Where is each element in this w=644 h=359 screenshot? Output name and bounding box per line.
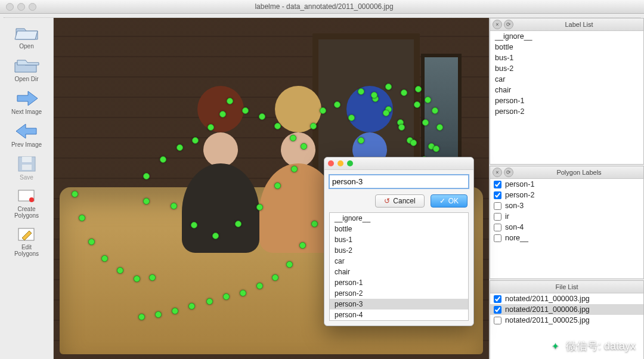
close-icon[interactable]	[6, 3, 14, 11]
list-item[interactable]: sofa	[330, 320, 468, 321]
edit-icon	[1, 226, 52, 243]
folder-stack-icon	[1, 57, 52, 75]
polygon-label-item[interactable]: person-2	[490, 190, 643, 200]
polygon-label-item[interactable]: son-4	[490, 222, 643, 233]
polygon-labels-title: Polygon Labels	[517, 169, 641, 176]
list-item[interactable]: bottle	[330, 224, 468, 234]
label-options-list[interactable]: __ignore__bottlebus-1bus-2carchairperson…	[329, 212, 469, 321]
open-button[interactable]: Open	[1, 24, 52, 49]
checkbox[interactable]	[494, 181, 501, 188]
list-item[interactable]: person-2	[490, 106, 643, 117]
list-item[interactable]: person-1	[490, 95, 643, 106]
file-list-title: File List	[493, 283, 641, 290]
svg-rect-2	[22, 165, 32, 170]
checkbox[interactable]	[494, 213, 501, 221]
watermark: ✦ 微信号: datayx	[549, 339, 636, 353]
file-list-item[interactable]: notated/2011_000003.jpg	[490, 293, 643, 304]
undo-arrow-icon: ↺	[384, 197, 390, 205]
list-item[interactable]: chair	[490, 85, 643, 95]
window-controls[interactable]	[6, 3, 36, 11]
left-toolbar: Open Open Dir Next Image Prev Image	[0, 18, 54, 359]
edit-polygons-button[interactable]: Edit Polygons	[1, 226, 52, 257]
polygon-label-item[interactable]: ir	[490, 211, 643, 222]
cancel-button[interactable]: ↺ Cancel	[375, 194, 424, 208]
open-dir-button[interactable]: Open Dir	[1, 57, 52, 82]
titlebar: labelme - data_annotated/2011_000006.jpg	[0, 0, 644, 14]
list-item[interactable]: bus-2	[490, 63, 643, 74]
polygon-labels-list[interactable]: person-1person-2son-3irson-4nore__	[490, 179, 643, 278]
window-title: labelme - data_annotated/2011_000006.jpg	[36, 2, 612, 11]
list-item[interactable]: chair	[330, 267, 468, 277]
panel-close-icon[interactable]: ×	[493, 168, 502, 177]
wechat-icon: ✦	[549, 341, 562, 351]
checkbox[interactable]	[494, 224, 501, 231]
list-item[interactable]: __ignore__	[490, 31, 643, 42]
checkbox[interactable]	[494, 191, 501, 199]
arrow-left-icon	[1, 122, 52, 140]
list-item[interactable]: car	[490, 74, 643, 85]
checkbox[interactable]	[494, 295, 501, 303]
polygon-label-item[interactable]: son-3	[490, 200, 643, 211]
folder-open-icon	[1, 24, 52, 42]
dialog-titlebar[interactable]	[324, 157, 473, 170]
svg-rect-1	[22, 157, 32, 162]
file-list-item[interactable]: notated/2011_000025.jpg	[490, 315, 643, 326]
label-list-title: Label List	[517, 21, 641, 28]
zoom-icon[interactable]	[29, 3, 36, 11]
ok-button[interactable]: ✓ OK	[431, 194, 467, 208]
list-item[interactable]: bus-2	[330, 245, 468, 256]
checkbox[interactable]	[494, 202, 501, 210]
panel-dock-icon[interactable]: ⟳	[504, 168, 513, 177]
list-item[interactable]: car	[330, 256, 468, 267]
floppy-icon	[1, 155, 52, 173]
close-icon[interactable]	[328, 160, 334, 166]
prev-image-button[interactable]: Prev Image	[1, 122, 52, 148]
save-button: Save	[1, 155, 52, 181]
polygon-icon	[1, 188, 52, 205]
minimize-icon[interactable]	[338, 160, 343, 166]
polygon-label-item[interactable]: person-1	[490, 179, 643, 190]
polygon-labels-panel: ×⟳ Polygon Labels person-1person-2son-3i…	[490, 166, 644, 279]
checkbox[interactable]	[494, 306, 501, 314]
panel-close-icon[interactable]: ×	[493, 20, 502, 29]
list-item[interactable]: bus-1	[490, 52, 643, 63]
toolbar-grip[interactable]	[4, 14, 640, 18]
panel-dock-icon[interactable]: ⟳	[504, 20, 513, 29]
label-input[interactable]	[329, 175, 469, 188]
label-dialog: ↺ Cancel ✓ OK __ignore__bottlebus-1bus-2…	[324, 157, 474, 326]
list-item[interactable]: person-4	[330, 310, 468, 320]
checkbox[interactable]	[494, 317, 501, 324]
zoom-icon[interactable]	[347, 160, 353, 166]
polygon-label-item[interactable]: nore__	[490, 233, 643, 243]
list-item[interactable]: person-1	[330, 277, 468, 288]
checkbox[interactable]	[494, 234, 501, 242]
file-list-item[interactable]: notated/2011_000006.jpg	[490, 304, 643, 315]
app-window: labelme - data_annotated/2011_000006.jpg…	[0, 0, 644, 359]
svg-point-4	[29, 197, 34, 202]
arrow-right-icon	[1, 89, 52, 107]
list-item[interactable]: bottle	[490, 42, 643, 52]
minimize-icon[interactable]	[17, 3, 25, 11]
next-image-button[interactable]: Next Image	[1, 89, 52, 115]
list-item[interactable]: person-2	[330, 288, 468, 299]
create-polygons-button[interactable]: Create Polygons	[1, 188, 52, 219]
list-item[interactable]: person-3	[330, 299, 468, 310]
check-icon: ✓	[439, 197, 445, 205]
list-item[interactable]: bus-1	[330, 234, 468, 245]
label-list[interactable]: __ignore__bottlebus-1bus-2carchairperson…	[490, 31, 643, 164]
label-list-panel: ×⟳ Label List __ignore__bottlebus-1bus-2…	[490, 18, 644, 165]
list-item[interactable]: __ignore__	[330, 213, 468, 224]
right-panels: ×⟳ Label List __ignore__bottlebus-1bus-2…	[489, 18, 644, 359]
